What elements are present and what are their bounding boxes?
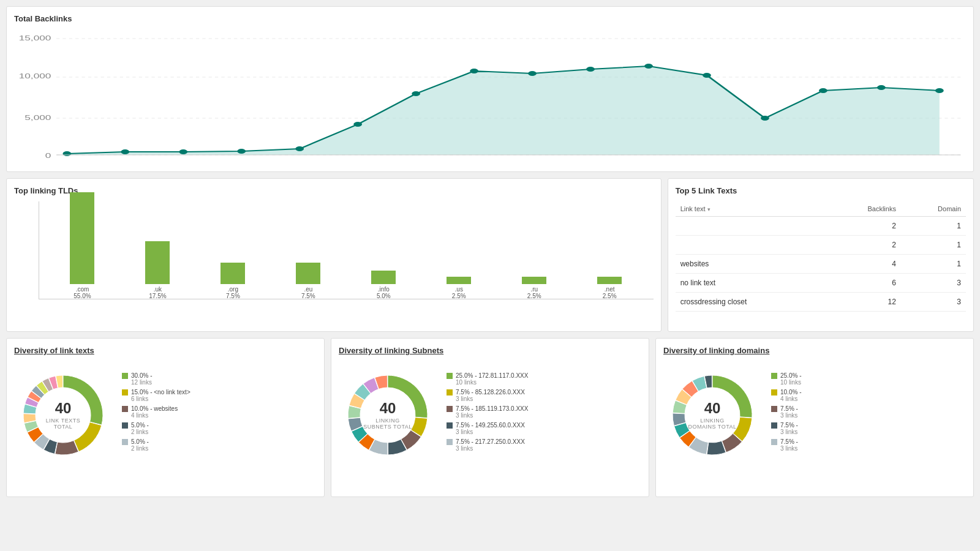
legend-sub-text: 6 links (131, 395, 190, 402)
dp-2 (179, 149, 187, 154)
legend-text: 5.0% -2 links (131, 422, 149, 435)
table-row: 21 (676, 236, 966, 255)
legend-item: 25.0% - 172.81.117.0.XXX10 links (447, 372, 641, 386)
legend-main-text: 25.0% - 172.81.117.0.XXX (456, 372, 528, 379)
legend-text: 25.0% -10 links (780, 372, 801, 386)
svg-text:5,000: 5,000 (24, 114, 51, 121)
dp-6 (412, 91, 420, 96)
bottom-row: Diversity of link texts 40 LINK TEXTS TO… (6, 338, 974, 497)
diversity-domains-title: Diversity of linking domains (663, 346, 966, 355)
tld-bar (221, 263, 245, 284)
legend-color-swatch (771, 389, 777, 395)
donut-domains-center: 40 LINKING DOMAINS TOTAL (688, 401, 737, 430)
legend-item: 7.5% -3 links (771, 405, 966, 419)
table-row: no link text63 (676, 274, 966, 293)
legend-main-text: 5.0% - (131, 422, 149, 429)
donut-subnets: 40 LINKING SUBNETS TOTAL (339, 366, 437, 464)
cell-backlinks: 12 (826, 293, 901, 312)
legend-color-swatch (447, 373, 453, 379)
legend-main-text: 25.0% - (780, 372, 801, 379)
tld-bar (522, 277, 546, 284)
cell-link-text: websites (676, 255, 826, 274)
tld-bar-group: .ru2.5% (497, 277, 572, 299)
legend-sub-text: 12 links (131, 379, 152, 386)
tld-bar-pct: 7.5% (226, 293, 240, 299)
legend-item: 10.0% -4 links (771, 389, 966, 402)
legend-sub-text: 10 links (456, 379, 528, 386)
legend-item: 7.5% - 185.119.173.0.XXX3 links (447, 405, 641, 419)
diversity-link-texts-title: Diversity of link texts (14, 346, 317, 355)
legend-item: 7.5% - 149.255.60.0.XXX3 links (447, 422, 641, 435)
donut-link-texts: 40 LINK TEXTS TOTAL (14, 366, 112, 464)
legend-color-swatch (122, 439, 128, 445)
legend-item: 25.0% -10 links (771, 372, 966, 386)
legend-color-swatch (771, 406, 777, 412)
tld-bar-group: .uk17.5% (120, 241, 195, 299)
tld-bar (145, 241, 170, 284)
cell-backlinks: 6 (826, 274, 901, 293)
tld-bar-group: .com55.0% (45, 192, 120, 299)
col-domain: Domain (901, 201, 966, 217)
dp-4 (295, 146, 304, 151)
tld-bar-label: .org (228, 286, 238, 293)
legend-sub-text: 3 links (456, 395, 525, 402)
legend-color-swatch (447, 406, 453, 412)
tld-bar-group: .net2.5% (572, 277, 647, 299)
legend-main-text: 7.5% - (780, 422, 798, 429)
legend-main-text: 7.5% - (780, 438, 798, 445)
legend-item: 7.5% -3 links (771, 422, 966, 435)
dp-13 (819, 88, 827, 93)
legend-color-swatch (771, 439, 777, 445)
donut-link-texts-center: 40 LINK TEXTS TOTAL (39, 401, 88, 430)
legend-sub-text: 10 links (780, 379, 801, 386)
tld-bar-pct: 17.5% (149, 293, 166, 299)
diversity-link-texts-card: Diversity of link texts 40 LINK TEXTS TO… (6, 338, 325, 497)
dp-10 (644, 64, 653, 69)
legend-sub-text: 4 links (131, 412, 178, 419)
tld-bar-label: .us (455, 286, 463, 293)
dp-9 (586, 67, 595, 72)
header-row: Link text ▾ Backlinks Domain (676, 201, 966, 217)
tld-chart-container: .com55.0%.uk17.5%.org7.5%.eu7.5%.info5.0… (14, 201, 654, 324)
cell-backlinks: 2 (826, 217, 901, 236)
col-link-text[interactable]: Link text ▾ (676, 201, 826, 217)
legend-item: 7.5% - 217.27.250.0.XXX3 links (447, 438, 641, 452)
tld-bar (70, 192, 94, 284)
dp-5 (353, 122, 362, 127)
diversity-subnets-title: Diversity of linking Subnets (339, 346, 641, 355)
legend-sub-text: 3 links (456, 445, 525, 452)
legend-sub-text: 3 links (456, 412, 528, 419)
tld-bar (447, 277, 471, 284)
legend-main-text: 7.5% - 149.255.60.0.XXX (456, 422, 525, 429)
dp-3 (237, 149, 246, 154)
tld-bar (371, 271, 396, 284)
donut-subnets-center: 40 LINKING SUBNETS TOTAL (363, 401, 412, 430)
legend-text: 7.5% -3 links (780, 438, 798, 452)
dp-14 (877, 85, 886, 90)
donut-domains-legend: 25.0% -10 links10.0% -4 links7.5% -3 lin… (771, 366, 966, 452)
legend-item: 5.0% -2 links (122, 438, 317, 452)
legend-color-swatch (447, 389, 453, 395)
legend-text: 7.5% -3 links (780, 405, 798, 419)
legend-item: 15.0% - <no link text>6 links (122, 389, 317, 402)
tld-bar-pct: 2.5% (452, 293, 466, 299)
cell-domain: 3 (901, 274, 966, 293)
legend-text: 30.0% -12 links (131, 372, 152, 386)
legend-sub-text: 3 links (780, 412, 798, 419)
top-linking-tlds-card: Top linking TLDs .com55.0%.uk17.5%.org7.… (6, 178, 662, 332)
legend-text: 7.5% -3 links (780, 422, 798, 435)
donut-subnets-legend: 25.0% - 172.81.117.0.XXX10 links7.5% - 8… (447, 366, 641, 452)
dp-15 (935, 88, 944, 93)
legend-main-text: 7.5% - 185.119.173.0.XXX (456, 405, 528, 412)
total-backlinks-title: Total Backlinks (14, 14, 966, 23)
top5-title: Top 5 Link Texts (676, 186, 966, 195)
cell-link-text: crossdressing closet (676, 293, 826, 312)
tld-bar-label: .info (378, 286, 390, 293)
dp-11 (703, 73, 711, 78)
cell-domain: 1 (901, 255, 966, 274)
tld-bar-label: .net (605, 286, 615, 293)
cell-link-text (676, 217, 826, 236)
cell-link-text: no link text (676, 274, 826, 293)
cell-backlinks: 2 (826, 236, 901, 255)
sort-arrow-icon: ▾ (707, 206, 710, 212)
